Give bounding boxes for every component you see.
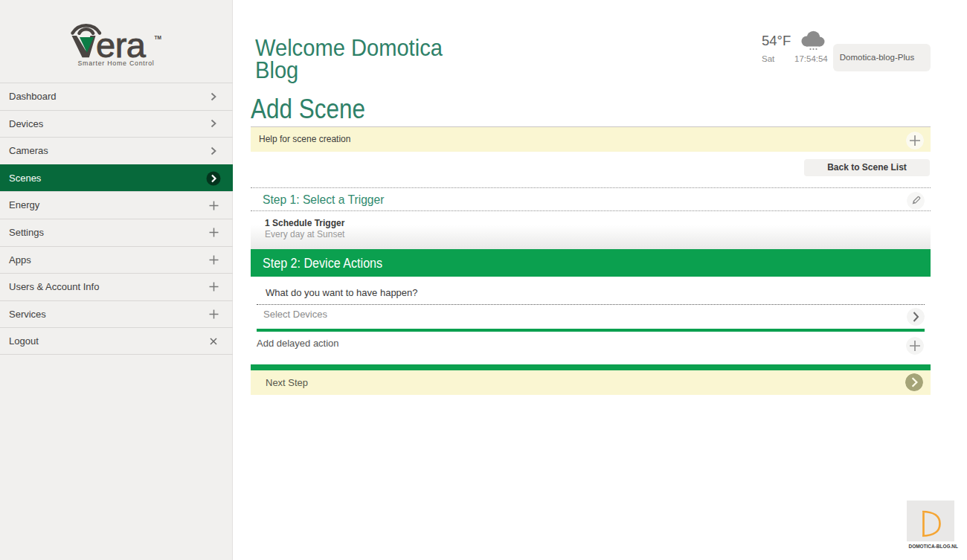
svg-text:Smarter Home Control: Smarter Home Control [78, 59, 155, 67]
svg-text:TM: TM [155, 35, 161, 40]
